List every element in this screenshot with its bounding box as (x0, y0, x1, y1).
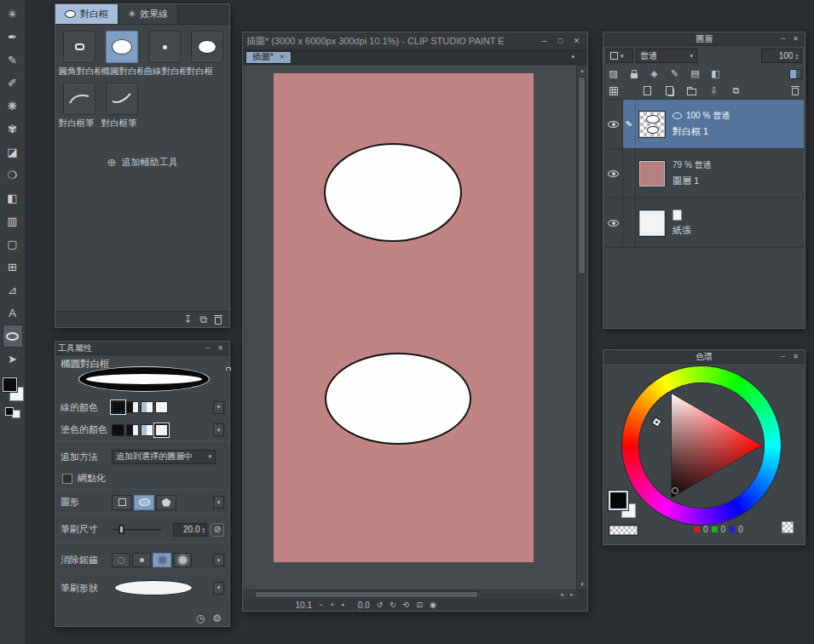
frame-border-tool[interactable]: ⊞ (3, 256, 23, 279)
slider-thumb[interactable] (119, 526, 124, 533)
spin-down-icon[interactable]: ▾ (202, 530, 205, 533)
new-layer-copy-icon[interactable] (662, 85, 677, 97)
layer-main[interactable]: ✎ 100 % 普通 對白框 1 (623, 100, 804, 148)
airbrush-tool[interactable]: ❋ (3, 95, 23, 118)
blend-tool[interactable]: ❍ (3, 164, 23, 187)
minimize-button[interactable]: ─ (776, 351, 789, 362)
brush-tool[interactable]: ✐ (3, 72, 23, 95)
delete-layer-icon[interactable] (788, 85, 802, 97)
brush-shape-preview[interactable] (115, 581, 192, 595)
tab-balloon[interactable]: 對白框 (55, 4, 118, 24)
balloon-pen-button-1[interactable] (63, 83, 95, 115)
window-maximize-button[interactable]: □ (553, 35, 568, 48)
canvas-tab[interactable]: 插圖* ✕ (245, 51, 292, 64)
close-button[interactable]: ✕ (214, 342, 227, 354)
rotate-ccw-button[interactable]: ↺ (377, 601, 384, 609)
alpha-lock-icon[interactable]: ▨ (606, 68, 621, 80)
shape-polygon-button[interactable] (156, 495, 176, 510)
new-folder-icon[interactable] (684, 85, 699, 97)
window-close-button[interactable]: ✕ (569, 35, 584, 48)
transparent-color-button[interactable] (782, 521, 794, 533)
palette-grid-icon[interactable] (606, 85, 621, 97)
antialias-dropdown[interactable]: ▾ (213, 554, 224, 566)
add-method-select[interactable]: 追加到選擇的圖層中 ▾ (112, 450, 216, 464)
brush-size-spinner[interactable]: ▴▾ (202, 526, 205, 533)
line-color-white-swatch[interactable] (155, 401, 168, 413)
main-color-swatch[interactable] (611, 493, 626, 508)
add-subtool-row[interactable]: ⊕ 追加輔助工具 (55, 156, 229, 169)
tab-close-icon[interactable]: ✕ (280, 54, 285, 60)
main-color-swatches[interactable] (2, 377, 24, 401)
layer-row-paper[interactable]: 紙張 (604, 198, 804, 248)
transparent-color-chip[interactable] (609, 526, 638, 535)
duplicate-icon[interactable]: ⧉ (199, 314, 207, 325)
ruler-tool[interactable]: ⊿ (3, 279, 23, 302)
layer-row-balloon[interactable]: ✎ 100 % 普通 對白框 1 (604, 100, 804, 149)
close-button[interactable]: ✕ (789, 33, 802, 44)
line-color-dropdown[interactable]: ▾ (213, 401, 224, 414)
draft-layer-icon[interactable]: ✎ (667, 68, 682, 80)
rounded-balloon-button[interactable] (63, 31, 95, 63)
visibility-toggle[interactable] (604, 100, 623, 148)
scroll-right-arrow[interactable]: ▸ (567, 589, 577, 599)
layer-main[interactable]: 79 % 普通 圖層 1 (623, 149, 804, 198)
minimize-button[interactable]: ─ (776, 33, 789, 44)
figure-tool[interactable]: ▢ (3, 233, 23, 256)
balloon-tool[interactable] (3, 325, 23, 348)
fill-color-user-swatch[interactable] (141, 424, 153, 436)
tab-effect-line[interactable]: ✳ 效果線 (118, 4, 178, 24)
visibility-toggle[interactable] (604, 198, 623, 247)
fit-screen-button[interactable]: ⊡ (416, 601, 423, 609)
new-layer-icon[interactable] (640, 85, 655, 97)
operation-tool[interactable]: ✳ (3, 3, 23, 26)
gradient-tool[interactable]: ▥ (3, 210, 23, 233)
fill-tool[interactable]: ◧ (3, 187, 23, 210)
spin-down-icon[interactable]: ▾ (795, 56, 798, 60)
hue-ring-area[interactable] (622, 366, 781, 525)
canvas-title-bar[interactable]: 插圖* (3000 x 6000px 300dpi 10.1%) - CLIP … (243, 32, 587, 50)
subtool-balloon-pen-1[interactable]: 對白框筆 (58, 83, 101, 129)
shape-dropdown[interactable]: ▾ (213, 496, 224, 509)
fill-color-dropdown[interactable]: ▾ (213, 423, 224, 436)
merge-down-icon[interactable]: ⇩ (707, 85, 721, 97)
layer-name[interactable]: 對白框 1 (673, 125, 804, 138)
visibility-toggle[interactable] (604, 149, 623, 198)
tone-icon[interactable]: ▤ (688, 68, 702, 80)
subtool-curve-balloon[interactable]: 曲線對白框 (143, 31, 186, 78)
fill-color-white-swatch[interactable] (155, 424, 168, 436)
subtool-balloon[interactable]: 對白框 (186, 31, 228, 78)
horizontal-scroll-thumb[interactable] (255, 591, 478, 598)
scroll-down-arrow[interactable]: ▾ (577, 579, 587, 589)
layer-color-icon[interactable]: ◧ (708, 68, 723, 80)
brush-dynamics-button[interactable]: ⊘ (211, 523, 224, 537)
pen-tool[interactable]: ✒ (3, 26, 23, 49)
text-tool[interactable]: A (3, 302, 23, 325)
vertical-scrollbar[interactable]: ▴ ▾ (576, 66, 586, 589)
window-minimize-button[interactable]: ─ (537, 35, 551, 48)
close-button[interactable]: ✕ (789, 351, 802, 362)
rotate-cw-button[interactable]: ↻ (390, 601, 396, 609)
layer-name[interactable]: 紙張 (673, 224, 804, 237)
scroll-left-arrow[interactable]: ◂ (557, 589, 567, 599)
saturation-value-triangle[interactable] (622, 366, 781, 525)
curve-balloon-button[interactable] (148, 31, 181, 63)
brush-size-slider[interactable] (113, 524, 161, 535)
minimize-button[interactable]: ─ (201, 342, 214, 354)
antialias-weak-button[interactable] (132, 553, 151, 567)
opacity-input[interactable]: 100 ▴▾ (761, 49, 802, 63)
balloon-subtool-button[interactable] (191, 31, 223, 63)
layer-main[interactable]: 紙張 (623, 198, 804, 247)
navigator-button[interactable]: ◉ (430, 601, 436, 609)
canvas-page[interactable] (274, 73, 534, 562)
duplicate-layer-icon[interactable]: ⧉ (729, 85, 743, 97)
fill-color-main-swatch[interactable] (112, 424, 124, 436)
two-pane-icon[interactable] (789, 69, 802, 79)
line-color-sub-swatch[interactable] (126, 401, 139, 413)
horizontal-scrollbar[interactable]: ◂ ▸ (244, 589, 587, 599)
subtool-balloon-pen-2[interactable]: 對白框筆 (101, 83, 143, 129)
opacity-spinner[interactable]: ▴▾ (795, 53, 798, 60)
zoom-in-button[interactable]: + (330, 601, 334, 609)
subtool-rounded-balloon[interactable]: 圓角對白框 (58, 31, 101, 78)
foreground-color-swatch[interactable] (3, 377, 17, 392)
raster-checkbox[interactable] (62, 474, 72, 484)
